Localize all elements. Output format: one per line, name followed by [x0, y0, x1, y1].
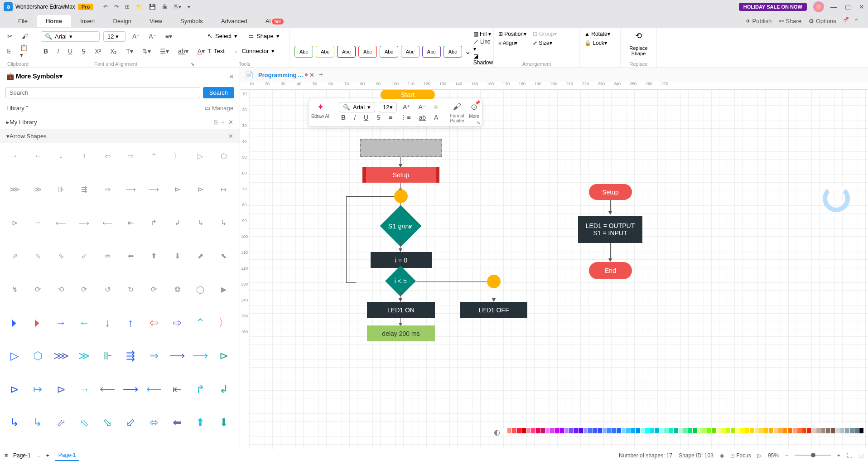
- collapse-sidebar-icon[interactable]: «: [230, 73, 233, 80]
- arrow-shape-66[interactable]: ⇒: [144, 347, 164, 365]
- shape-led1-off[interactable]: LED1 OFF: [460, 302, 527, 318]
- zoom-in-button[interactable]: +: [837, 452, 840, 459]
- manage-button[interactable]: ▭ Manage: [205, 105, 233, 112]
- arrow-shape-65[interactable]: ⇶: [121, 347, 140, 365]
- focus-button[interactable]: ⊡ Focus: [730, 452, 751, 459]
- strike-icon[interactable]: S̶: [79, 46, 88, 57]
- style-preset-1[interactable]: Abc: [294, 46, 313, 58]
- float-numbered-list-icon[interactable]: ≡: [386, 112, 395, 122]
- color-swatch[interactable]: [593, 428, 598, 433]
- sale-badge[interactable]: HOLIDAY SALE ON NOW: [739, 3, 807, 11]
- color-swatch[interactable]: [712, 428, 716, 433]
- color-swatch[interactable]: [603, 428, 607, 433]
- subscript-icon[interactable]: X₂: [107, 46, 120, 57]
- line-button[interactable]: ／ Line ▾: [473, 38, 493, 52]
- more-symbols-title[interactable]: More Symbols: [16, 73, 59, 80]
- highlight-icon[interactable]: ab▾: [175, 46, 191, 57]
- color-swatch[interactable]: [536, 428, 540, 433]
- arrow-shape-76[interactable]: ⟵: [144, 380, 164, 398]
- close-tab-icon[interactable]: ✕: [309, 72, 314, 78]
- color-swatch[interactable]: [783, 428, 788, 433]
- arrow-shape-1[interactable]: ←: [28, 147, 48, 165]
- style-preset-3[interactable]: Abc: [337, 46, 356, 58]
- color-swatch[interactable]: [545, 428, 550, 433]
- arrow-shape-4[interactable]: ⇦: [97, 147, 117, 165]
- float-font-color-icon[interactable]: A: [432, 112, 440, 122]
- arrow-shape-36[interactable]: ⬆: [144, 247, 164, 265]
- style-preset-5[interactable]: Abc: [380, 46, 398, 58]
- arrow-shape-32[interactable]: ⬂: [51, 247, 71, 265]
- color-swatch[interactable]: [674, 428, 678, 433]
- arrow-shape-54[interactable]: ↓: [97, 314, 117, 332]
- fullscreen-icon[interactable]: ⬚: [858, 452, 863, 459]
- symbol-search-input[interactable]: [5, 87, 200, 98]
- arrow-shape-31[interactable]: ⬁: [28, 247, 48, 265]
- arrow-shape-56[interactable]: ⇦: [144, 314, 164, 332]
- new-tab-button[interactable]: +: [319, 71, 323, 79]
- color-swatch[interactable]: [526, 428, 531, 433]
- position-button[interactable]: ⊞ Position▾: [498, 31, 526, 37]
- arrow-shape-57[interactable]: ⇨: [167, 314, 187, 332]
- maximize-button[interactable]: ▢: [845, 3, 851, 10]
- color-swatch[interactable]: [688, 428, 693, 433]
- color-swatch[interactable]: [664, 428, 669, 433]
- arrow-shape-59[interactable]: 〉: [214, 314, 234, 332]
- color-swatch[interactable]: [660, 428, 664, 433]
- shape-start[interactable]: Start: [381, 90, 435, 100]
- arrow-shape-16[interactable]: ⟶: [144, 180, 164, 199]
- font-dialog-launcher[interactable]: ⬊: [191, 62, 194, 67]
- color-swatch[interactable]: [502, 428, 507, 433]
- close-lib-icon[interactable]: ✕: [228, 119, 233, 126]
- pages-menu-icon[interactable]: ≡: [5, 452, 8, 459]
- redo-icon[interactable]: ↷: [114, 4, 119, 10]
- import-lib-icon[interactable]: ⎘: [214, 119, 217, 126]
- color-swatch[interactable]: [540, 428, 545, 433]
- size-button[interactable]: ⤢ Size▾: [533, 40, 557, 46]
- arrow-shape-29[interactable]: ↳: [214, 214, 234, 232]
- arrow-shape-49[interactable]: ▶: [214, 280, 234, 298]
- arrow-shape-6[interactable]: ⌃: [144, 147, 164, 165]
- more-qa-icon[interactable]: ▾: [188, 4, 190, 10]
- arrow-shape-48[interactable]: ◯: [190, 280, 210, 298]
- float-strike-icon[interactable]: S̶: [374, 112, 383, 122]
- color-swatch[interactable]: [517, 428, 521, 433]
- cut-icon[interactable]: ✂: [5, 31, 15, 42]
- color-swatch[interactable]: [574, 428, 579, 433]
- color-swatch[interactable]: [612, 428, 617, 433]
- float-size-select[interactable]: 12▾: [379, 102, 397, 112]
- arrow-shape-7[interactable]: 〉: [167, 147, 187, 165]
- arrow-shape-72[interactable]: ⊳: [51, 380, 71, 398]
- arrow-shape-20[interactable]: ⊳: [5, 214, 24, 232]
- style-preset-8[interactable]: Abc: [444, 46, 462, 58]
- select-tool[interactable]: ↖ Select ▾: [204, 31, 241, 41]
- shape-selected[interactable]: [360, 139, 442, 157]
- arrow-shape-9[interactable]: ⬡: [214, 147, 234, 165]
- color-swatch[interactable]: [774, 428, 778, 433]
- color-swatch[interactable]: [845, 428, 849, 433]
- color-swatch[interactable]: [564, 428, 569, 433]
- paste-icon[interactable]: 📋▾: [17, 42, 31, 60]
- font-select[interactable]: 🔍 Arial ▾: [41, 31, 100, 42]
- color-swatch[interactable]: [521, 428, 526, 433]
- arrow-shape-15[interactable]: ⟶: [121, 180, 140, 199]
- shape-setup2[interactable]: Setup: [589, 184, 632, 200]
- options-button[interactable]: ⚙ Options: [809, 18, 836, 24]
- color-swatch[interactable]: [802, 428, 807, 433]
- rotate-button[interactable]: ▲ Rotate▾: [584, 31, 616, 37]
- color-swatch[interactable]: [588, 428, 593, 433]
- float-decrease-font-icon[interactable]: A⁻: [416, 102, 428, 112]
- bold-icon[interactable]: B: [41, 46, 51, 57]
- arrow-shape-68[interactable]: ⟶: [190, 347, 210, 365]
- float-font-select[interactable]: 🔍 Arial ▾: [339, 102, 375, 112]
- layers-icon[interactable]: ◈: [720, 452, 724, 459]
- bullets-icon[interactable]: ☰▾: [157, 46, 172, 57]
- arrow-shape-18[interactable]: ⊳: [190, 180, 210, 199]
- menu-symbols[interactable]: Symbols: [171, 15, 212, 27]
- menu-design[interactable]: Design: [104, 15, 140, 27]
- color-swatch[interactable]: [840, 428, 845, 433]
- float-increase-font-icon[interactable]: A⁺: [400, 102, 412, 112]
- float-format-painter[interactable]: 🖌Format Painter: [450, 102, 464, 123]
- document-tab[interactable]: Programming ...✕: [258, 72, 314, 78]
- arrow-shape-33[interactable]: ⬃: [74, 247, 94, 265]
- color-swatch[interactable]: [850, 428, 854, 433]
